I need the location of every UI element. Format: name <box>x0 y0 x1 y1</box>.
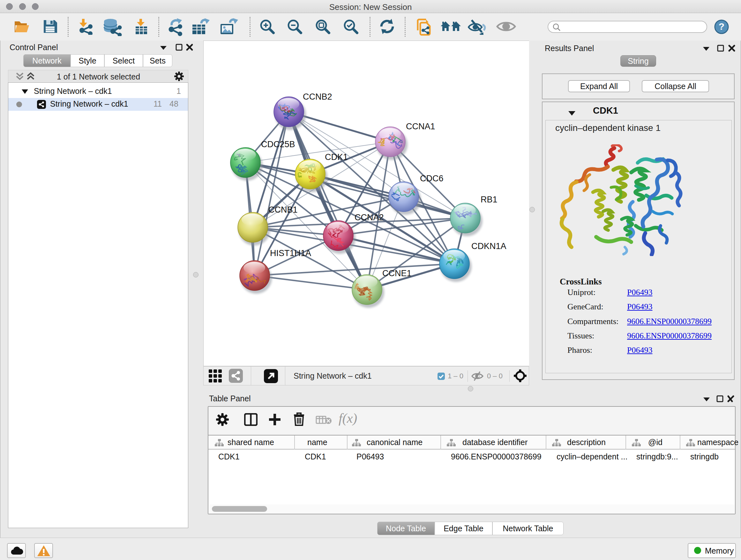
svg-text:CDC6: CDC6 <box>420 174 444 183</box>
svg-text:CDC25B: CDC25B <box>261 139 295 149</box>
svg-text:CCNA1: CCNA1 <box>406 122 435 131</box>
svg-text:HIST1H1A: HIST1H1A <box>270 248 311 258</box>
svg-text:CDK1: CDK1 <box>325 152 348 162</box>
svg-text:CCNB2: CCNB2 <box>303 92 332 102</box>
svg-text:CDKN1A: CDKN1A <box>471 241 507 251</box>
svg-text:CCNE1: CCNE1 <box>382 268 412 278</box>
svg-text:RB1: RB1 <box>481 195 497 204</box>
svg-text:?: ? <box>719 21 724 32</box>
svg-text:CCNB1: CCNB1 <box>268 205 298 214</box>
svg-text:CCNA2: CCNA2 <box>354 212 384 222</box>
